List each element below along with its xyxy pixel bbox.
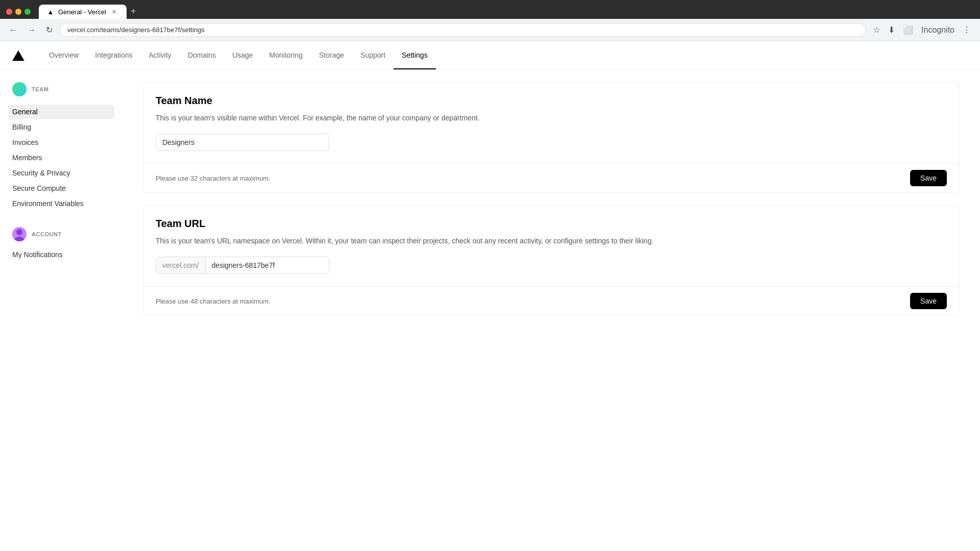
url-text: vercel.com/teams/designers-6817be7f/sett… xyxy=(67,26,205,34)
sidebar-item-members[interactable]: Members xyxy=(8,151,114,165)
bookmark-button[interactable]: ☆ xyxy=(870,23,883,37)
toolbar-icons: ☆ ⬇ ⬜ Incognito ⋮ xyxy=(870,23,974,37)
main-content: Team Name This is your team's visible na… xyxy=(122,70,980,551)
nav-storage[interactable]: Storage xyxy=(311,41,352,69)
app-nav: Overview Integrations Activity Domains U… xyxy=(0,41,980,70)
nav-activity[interactable]: Activity xyxy=(141,41,180,69)
sidebar-team-section: TEAM General Billing Invoices Members Se… xyxy=(8,82,114,211)
reload-button[interactable]: ↻ xyxy=(43,23,56,37)
sidebar-account-label: ACCOUNT xyxy=(32,231,62,237)
sidebar-item-secure-compute[interactable]: Secure Compute xyxy=(8,181,114,195)
forward-button[interactable]: → xyxy=(24,23,39,37)
browser-window-controls xyxy=(6,9,31,15)
svg-point-0 xyxy=(16,229,22,235)
active-tab[interactable]: ▲ General - Vercel ✕ xyxy=(39,5,127,19)
download-button[interactable]: ⬇ xyxy=(885,23,898,37)
new-tab-button[interactable]: + xyxy=(127,4,140,19)
team-name-title: Team Name xyxy=(156,95,947,107)
nav-integrations[interactable]: Integrations xyxy=(87,41,140,69)
nav-usage[interactable]: Usage xyxy=(224,41,261,69)
sidebar-item-my-notifications[interactable]: My Notifications xyxy=(8,247,114,262)
nav-domains[interactable]: Domains xyxy=(180,41,224,69)
team-name-section-body: Team Name This is your team's visible na… xyxy=(143,83,959,163)
browser-toolbar: ← → ↻ vercel.com/teams/designers-6817be7… xyxy=(0,19,980,41)
app-logo xyxy=(12,49,24,62)
sidebar-item-general[interactable]: General xyxy=(8,105,114,119)
maximize-window-button[interactable] xyxy=(24,9,31,15)
sidebar-item-env-vars[interactable]: Environment Variables xyxy=(8,196,114,211)
close-window-button[interactable] xyxy=(6,9,12,15)
team-name-save-button[interactable]: Save xyxy=(910,170,947,186)
more-button[interactable]: ⋮ xyxy=(960,23,974,37)
team-url-hint: Please use 48 characters at maximum. xyxy=(156,297,271,305)
team-url-input[interactable] xyxy=(206,257,329,273)
team-url-input-group: vercel.com/ xyxy=(156,257,329,274)
tab-close-button[interactable]: ✕ xyxy=(110,8,118,16)
tab-bar: ▲ General - Vercel ✕ + xyxy=(39,4,140,19)
url-prefix: vercel.com/ xyxy=(156,257,206,273)
team-name-section-footer: Please use 32 characters at maximum. Sav… xyxy=(143,163,959,192)
sidebar-account-header: ACCOUNT xyxy=(8,227,114,241)
account-avatar-icon xyxy=(12,227,27,241)
nav-monitoring[interactable]: Monitoring xyxy=(261,41,311,69)
sidebar-item-invoices[interactable]: Invoices xyxy=(8,135,114,149)
sidebar-item-billing[interactable]: Billing xyxy=(8,120,114,134)
team-name-input[interactable] xyxy=(156,134,329,151)
tab-title: General - Vercel xyxy=(58,8,106,16)
sidebar-account-section: ACCOUNT My Notifications xyxy=(8,227,114,262)
team-avatar xyxy=(12,82,27,96)
sidebar: TEAM General Billing Invoices Members Se… xyxy=(0,70,122,551)
nav-links: Overview Integrations Activity Domains U… xyxy=(41,41,436,69)
team-url-section-footer: Please use 48 characters at maximum. Sav… xyxy=(143,286,959,315)
page-layout: TEAM General Billing Invoices Members Se… xyxy=(0,70,980,551)
nav-overview[interactable]: Overview xyxy=(41,41,87,69)
tab-search-button[interactable]: ⬜ xyxy=(900,23,916,37)
profile-button[interactable]: Incognito xyxy=(918,23,958,37)
nav-settings[interactable]: Settings xyxy=(394,41,436,69)
browser-chrome: ▲ General - Vercel ✕ + xyxy=(0,0,980,19)
sidebar-team-header: TEAM xyxy=(8,82,114,96)
back-button[interactable]: ← xyxy=(6,23,20,37)
team-name-section: Team Name This is your team's visible na… xyxy=(143,82,960,193)
team-url-save-button[interactable]: Save xyxy=(910,293,947,309)
team-name-hint: Please use 32 characters at maximum. xyxy=(156,174,271,182)
team-name-description: This is your team's visible name within … xyxy=(156,113,947,123)
minimize-window-button[interactable] xyxy=(15,9,21,15)
sidebar-item-security-privacy[interactable]: Security & Privacy xyxy=(8,166,114,180)
vercel-logo-icon xyxy=(12,49,24,62)
team-url-description: This is your team's URL namespace on Ver… xyxy=(156,236,947,246)
team-url-title: Team URL xyxy=(156,218,947,230)
svg-point-1 xyxy=(14,237,24,241)
address-bar[interactable]: vercel.com/teams/designers-6817be7f/sett… xyxy=(60,23,866,37)
tab-favicon: ▲ xyxy=(47,8,54,15)
nav-support[interactable]: Support xyxy=(352,41,394,69)
team-url-section: Team URL This is your team's URL namespa… xyxy=(143,205,960,316)
team-url-section-body: Team URL This is your team's URL namespa… xyxy=(143,206,959,286)
account-avatar xyxy=(12,227,27,241)
sidebar-team-label: TEAM xyxy=(32,86,48,92)
